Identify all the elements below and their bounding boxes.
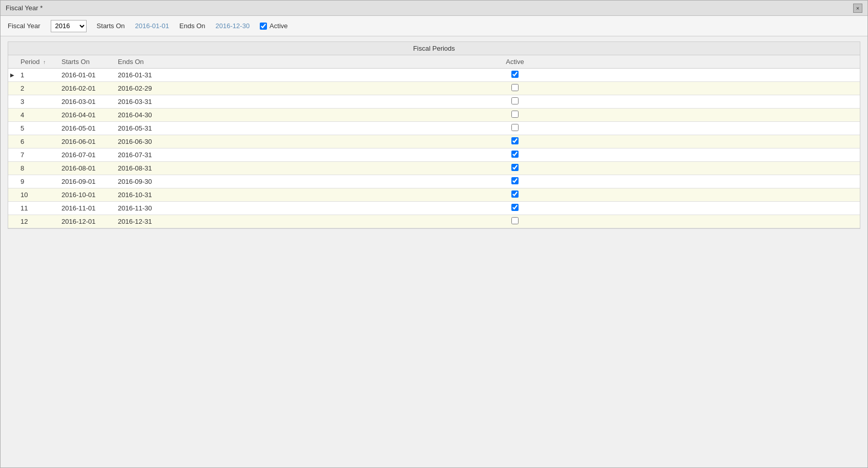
period-header[interactable]: Period ↑ (16, 55, 57, 69)
section-header: Fiscal Periods (8, 42, 860, 55)
row-indicator (8, 175, 16, 188)
period-cell: 9 (16, 175, 57, 188)
period-cell: 3 (16, 95, 57, 109)
period-cell: 2 (16, 82, 57, 95)
ends-on-cell: 2016-05-31 (114, 122, 170, 135)
table-row[interactable]: 102016-10-012016-10-31 (8, 188, 860, 202)
main-window: Fiscal Year * × Fiscal Year 2016 2015 20… (0, 0, 868, 468)
period-active-checkbox[interactable] (511, 151, 519, 158)
fiscal-year-label: Fiscal Year (8, 22, 40, 30)
ends-on-cell: 2016-04-30 (114, 109, 170, 122)
row-indicator (8, 109, 16, 122)
active-cell[interactable] (170, 148, 860, 162)
period-cell: 8 (16, 162, 57, 175)
period-active-checkbox[interactable] (511, 71, 519, 78)
ends-on-cell: 2016-06-30 (114, 135, 170, 148)
period-active-checkbox[interactable] (511, 124, 519, 131)
table-body: ▶12016-01-012016-01-3122016-02-012016-02… (8, 69, 860, 228)
starts-on-cell: 2016-10-01 (57, 188, 114, 202)
table-row[interactable]: 22016-02-012016-02-29 (8, 82, 860, 95)
table-header-row: Period ↑ Starts On Ends On Active (8, 55, 860, 69)
row-indicator (8, 202, 16, 215)
starts-on-value: 2016-01-01 (135, 22, 170, 30)
close-button[interactable]: × (853, 4, 862, 13)
table-row[interactable]: 112016-11-012016-11-30 (8, 202, 860, 215)
period-active-checkbox[interactable] (511, 111, 519, 118)
ends-on-cell: 2016-01-31 (114, 69, 170, 82)
period-cell: 6 (16, 135, 57, 148)
title-bar: Fiscal Year * × (1, 1, 867, 16)
table-row[interactable]: 52016-05-012016-05-31 (8, 122, 860, 135)
period-active-checkbox[interactable] (511, 97, 519, 104)
starts-on-header[interactable]: Starts On (57, 55, 114, 69)
starts-on-cell: 2016-03-01 (57, 95, 114, 109)
row-indicator (8, 188, 16, 202)
period-active-checkbox[interactable] (511, 84, 519, 91)
row-indicator (8, 215, 16, 228)
active-cell[interactable] (170, 162, 860, 175)
period-cell: 7 (16, 148, 57, 162)
table-row[interactable]: 122016-12-012016-12-31 (8, 215, 860, 228)
row-indicator (8, 135, 16, 148)
starts-on-label: Starts On (97, 22, 125, 30)
table-row[interactable]: 42016-04-012016-04-30 (8, 109, 860, 122)
row-indicator: ▶ (8, 69, 16, 82)
fiscal-periods-table: Period ↑ Starts On Ends On Active ▶12016… (8, 55, 860, 228)
active-cell[interactable] (170, 175, 860, 188)
row-indicator (8, 82, 16, 95)
starts-on-cell: 2016-11-01 (57, 202, 114, 215)
starts-on-cell: 2016-06-01 (57, 135, 114, 148)
active-cell[interactable] (170, 202, 860, 215)
row-indicator (8, 122, 16, 135)
active-cell[interactable] (170, 69, 860, 82)
ends-on-cell: 2016-12-31 (114, 215, 170, 228)
sort-icon: ↑ (43, 59, 46, 65)
ends-on-cell: 2016-10-31 (114, 188, 170, 202)
starts-on-cell: 2016-01-01 (57, 69, 114, 82)
content-area: Fiscal Periods Period ↑ Starts On Ends O… (1, 36, 867, 234)
starts-on-cell: 2016-05-01 (57, 122, 114, 135)
active-cell[interactable] (170, 135, 860, 148)
table-row[interactable]: 32016-03-012016-03-31 (8, 95, 860, 109)
active-cell[interactable] (170, 82, 860, 95)
period-cell: 4 (16, 109, 57, 122)
active-checkbox-label[interactable]: Active (260, 22, 287, 30)
active-cell[interactable] (170, 109, 860, 122)
active-label-text: Active (270, 22, 287, 30)
active-header[interactable]: Active (170, 55, 860, 69)
ends-on-header[interactable]: Ends On (114, 55, 170, 69)
ends-on-label: Ends On (179, 22, 205, 30)
period-active-checkbox[interactable] (511, 217, 519, 224)
period-active-checkbox[interactable] (511, 137, 519, 144)
active-cell[interactable] (170, 188, 860, 202)
active-cell[interactable] (170, 122, 860, 135)
row-indicator (8, 95, 16, 109)
period-active-checkbox[interactable] (511, 177, 519, 184)
fiscal-periods-section: Fiscal Periods Period ↑ Starts On Ends O… (8, 41, 860, 229)
table-row[interactable]: 92016-09-012016-09-30 (8, 175, 860, 188)
ends-on-cell: 2016-07-31 (114, 148, 170, 162)
period-cell: 10 (16, 188, 57, 202)
ends-on-cell: 2016-09-30 (114, 175, 170, 188)
period-active-checkbox[interactable] (511, 190, 519, 198)
table-row[interactable]: 82016-08-012016-08-31 (8, 162, 860, 175)
period-active-checkbox[interactable] (511, 164, 519, 171)
row-indicator (8, 162, 16, 175)
active-cell[interactable] (170, 95, 860, 109)
period-cell: 12 (16, 215, 57, 228)
table-row[interactable]: ▶12016-01-012016-01-31 (8, 69, 860, 82)
period-active-checkbox[interactable] (511, 204, 519, 211)
period-cell: 11 (16, 202, 57, 215)
ends-on-value: 2016-12-30 (216, 22, 250, 30)
ends-on-cell: 2016-02-29 (114, 82, 170, 95)
ends-on-cell: 2016-11-30 (114, 202, 170, 215)
table-row[interactable]: 62016-06-012016-06-30 (8, 135, 860, 148)
table-row[interactable]: 72016-07-012016-07-31 (8, 148, 860, 162)
active-checkbox[interactable] (260, 23, 267, 30)
indicator-header (8, 55, 16, 69)
active-cell[interactable] (170, 215, 860, 228)
row-indicator (8, 148, 16, 162)
year-select[interactable]: 2016 2015 2017 2014 2018 (51, 20, 87, 32)
ends-on-cell: 2016-03-31 (114, 95, 170, 109)
ends-on-cell: 2016-08-31 (114, 162, 170, 175)
